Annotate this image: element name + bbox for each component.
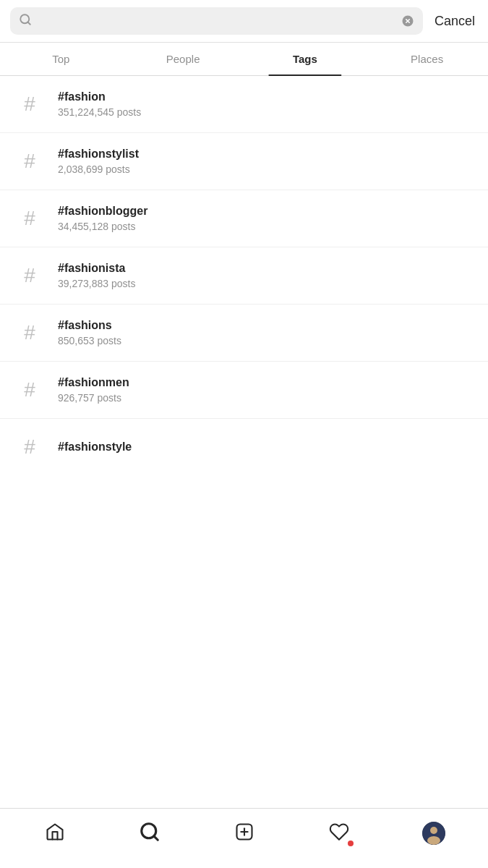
tag-info: #fashion 351,224,545 posts [58, 90, 141, 118]
tag-name: #fashionstyle [58, 441, 132, 454]
svg-line-1 [27, 22, 30, 24]
tag-list: # #fashion 351,224,545 posts # #fashions… [0, 76, 488, 475]
tag-name: #fashionstylist [58, 148, 139, 161]
hashtag-icon: # [12, 258, 48, 294]
nav-activity[interactable] [291, 822, 386, 845]
search-icon [19, 13, 32, 29]
tag-count: 926,757 posts [58, 392, 129, 404]
bottom-nav [0, 808, 488, 868]
tag-item[interactable]: # #fashions 850,653 posts [0, 305, 488, 362]
svg-point-12 [427, 836, 440, 845]
nav-home[interactable] [7, 822, 102, 845]
search-nav-icon [139, 821, 160, 846]
heart-icon [329, 822, 349, 845]
tab-tags[interactable]: Tags [244, 43, 367, 75]
cancel-button[interactable]: Cancel [432, 14, 478, 29]
hashtag-icon: # [12, 200, 48, 237]
tag-count: 34,455,128 posts [58, 221, 147, 232]
svg-point-11 [430, 827, 437, 834]
avatar [422, 822, 445, 845]
add-icon [234, 822, 254, 845]
tag-info: #fashions 850,653 posts [58, 319, 121, 346]
tab-people[interactable]: People [122, 43, 244, 75]
nav-profile[interactable] [386, 822, 481, 845]
nav-search[interactable] [102, 821, 197, 846]
clear-button[interactable] [401, 14, 414, 27]
home-icon [45, 822, 65, 845]
hashtag-icon: # [12, 315, 48, 351]
tag-info: #fashionstyle [58, 441, 132, 454]
svg-line-6 [153, 836, 157, 840]
tag-name: #fashionblogger [58, 205, 147, 218]
tag-name: #fashionmen [58, 376, 129, 389]
tag-item[interactable]: # #fashionista 39,273,883 posts [0, 247, 488, 305]
tag-count: 39,273,883 posts [58, 278, 135, 289]
hashtag-icon: # [12, 143, 48, 179]
notification-dot [348, 841, 354, 846]
tag-info: #fashionblogger 34,455,128 posts [58, 205, 147, 232]
search-input[interactable]: fashion [38, 14, 395, 28]
tag-item[interactable]: # #fashionmen 926,757 posts [0, 362, 488, 419]
tag-name: #fashionista [58, 262, 135, 275]
tag-item[interactable]: # #fashionstyle [0, 419, 488, 475]
tag-count: 351,224,545 posts [58, 106, 141, 118]
tag-item[interactable]: # #fashionblogger 34,455,128 posts [0, 190, 488, 247]
tabs: Top People Tags Places [0, 43, 488, 76]
tab-places[interactable]: Places [366, 43, 488, 75]
tab-top[interactable]: Top [0, 43, 122, 75]
tag-count: 850,653 posts [58, 335, 121, 346]
tag-item[interactable]: # #fashionstylist 2,038,699 posts [0, 133, 488, 190]
tag-item[interactable]: # #fashion 351,224,545 posts [0, 76, 488, 133]
hashtag-icon: # [12, 86, 48, 122]
tag-name: #fashion [58, 90, 141, 103]
hashtag-icon: # [12, 372, 48, 408]
search-input-wrapper: fashion [10, 7, 423, 35]
tag-info: #fashionmen 926,757 posts [58, 376, 129, 404]
search-bar: fashion Cancel [0, 0, 488, 43]
tag-count: 2,038,699 posts [58, 163, 139, 175]
tag-info: #fashionista 39,273,883 posts [58, 262, 135, 289]
hashtag-icon: # [12, 429, 48, 465]
nav-add[interactable] [197, 822, 291, 845]
tag-name: #fashions [58, 319, 121, 332]
tag-info: #fashionstylist 2,038,699 posts [58, 148, 139, 175]
